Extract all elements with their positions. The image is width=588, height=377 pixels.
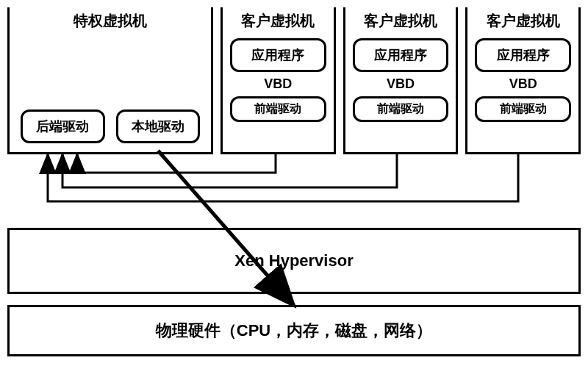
guest-vm-3: 客户虚拟机 应用程序 VBD 前端驱动 [465, 7, 581, 154]
backend-driver-box: 后端驱动 [21, 109, 105, 143]
guest-vm-2: 客户虚拟机 应用程序 VBD 前端驱动 [343, 7, 459, 154]
guest-vm-1-content: 应用程序 VBD 前端驱动 [223, 35, 334, 152]
guest-vm-2-title: 客户虚拟机 [345, 7, 456, 35]
guest-vm-2-content: 应用程序 VBD 前端驱动 [345, 35, 456, 152]
guest-vm-1: 客户虚拟机 应用程序 VBD 前端驱动 [220, 7, 336, 154]
guest-vm-3-vbd: VBD [509, 76, 537, 92]
connection-area [7, 154, 581, 228]
guest-vm-2-frontend: 前端驱动 [353, 96, 449, 122]
guest-vm-1-title: 客户虚拟机 [223, 7, 334, 35]
guest-vm-2-app: 应用程序 [353, 38, 449, 72]
local-driver-box: 本地驱动 [116, 109, 201, 143]
guest-vm-1-frontend: 前端驱动 [230, 96, 326, 122]
guest-vm-2-vbd: VBD [387, 76, 415, 92]
hypervisor-box: Xen Hypervisor [7, 228, 581, 294]
guest-vm-3-frontend: 前端驱动 [475, 96, 571, 122]
privileged-vm-content: 后端驱动 本地驱动 [10, 35, 211, 152]
guest-vm-1-vbd: VBD [264, 76, 292, 92]
guest-vm-3-title: 客户虚拟机 [467, 7, 578, 35]
privileged-vm-title: 特权虚拟机 [10, 7, 211, 35]
hardware-box: 物理硬件（CPU，内存，磁盘，网络） [7, 305, 581, 356]
guest-vm-3-app: 应用程序 [475, 38, 571, 72]
top-row: 特权虚拟机 后端驱动 本地驱动 客户虚拟机 应用程序 VBD 前端驱动 客户虚拟… [7, 7, 581, 154]
guest-vm-1-app: 应用程序 [230, 38, 326, 72]
guest-vm-3-content: 应用程序 VBD 前端驱动 [467, 35, 578, 152]
privileged-vm-box: 特权虚拟机 后端驱动 本地驱动 [7, 7, 213, 154]
